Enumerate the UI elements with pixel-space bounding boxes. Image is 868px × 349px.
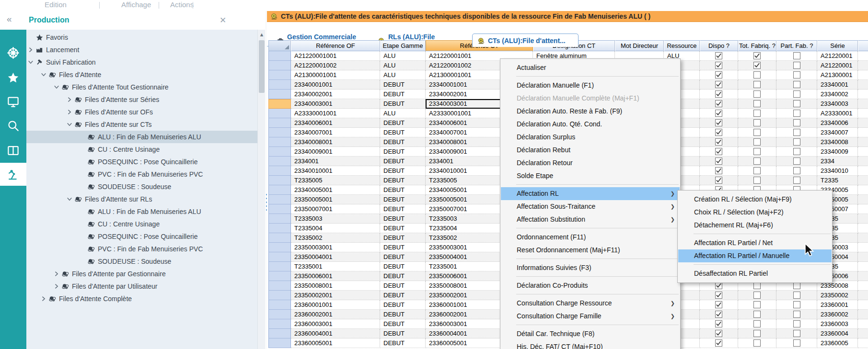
select-all-corner[interactable] bbox=[268, 40, 291, 51]
menu-item[interactable]: Détail Car. Technique (F8) bbox=[501, 327, 680, 340]
cell-of[interactable]: 23360004001 bbox=[291, 329, 380, 338]
cell-ctlast[interactable] bbox=[858, 300, 868, 310]
cell-of[interactable]: A21300001001 bbox=[291, 70, 380, 80]
cell-ctlast[interactable] bbox=[858, 137, 868, 147]
cell-serie[interactable]: 23360003 bbox=[817, 319, 858, 329]
cell-ctlast[interactable] bbox=[858, 128, 868, 137]
scroll-up-icon[interactable]: ▲ bbox=[259, 32, 265, 37]
tree-item[interactable]: PVC : Fin de Fab Menuiseries PVC bbox=[26, 168, 257, 180]
checkbox-unchecked[interactable] bbox=[793, 90, 800, 98]
checkbox-checked[interactable] bbox=[715, 320, 722, 327]
sidebar-columns-icon[interactable] bbox=[0, 139, 26, 162]
cell-serie[interactable]: 23340010 bbox=[817, 166, 858, 176]
cell-ctlast[interactable] bbox=[858, 252, 868, 262]
cell-of[interactable]: 23340009001 bbox=[291, 147, 380, 157]
row-handle[interactable] bbox=[268, 176, 291, 185]
checkbox-unchecked[interactable] bbox=[793, 282, 800, 289]
tree-item[interactable]: CU : Centre Usinage bbox=[26, 143, 257, 156]
cell-etape[interactable]: DEBUT bbox=[380, 185, 426, 195]
checkbox-unchecked[interactable] bbox=[793, 100, 800, 107]
column-header[interactable]: Part. Fab. ? bbox=[776, 40, 817, 51]
cell-of[interactable]: 23350004001 bbox=[291, 252, 380, 262]
checkbox-unchecked[interactable] bbox=[793, 167, 800, 174]
cell-ctlast[interactable] bbox=[858, 281, 868, 291]
checkbox-checked[interactable] bbox=[715, 301, 722, 308]
cell-etape[interactable]: ALU bbox=[380, 61, 426, 70]
cell-of[interactable]: A23330001001 bbox=[291, 109, 380, 118]
checkbox-unchecked[interactable] bbox=[753, 158, 761, 165]
checkbox-unchecked[interactable] bbox=[793, 148, 800, 155]
tree-item[interactable]: Files d'Attente par Gestionnaire bbox=[26, 268, 257, 280]
tree-item[interactable]: Suivi Fabrication bbox=[26, 56, 257, 68]
cell-etape[interactable]: DEBUT bbox=[380, 90, 426, 99]
cell-etape[interactable]: ALU bbox=[380, 70, 426, 80]
checkbox-checked[interactable] bbox=[715, 158, 722, 165]
cell-of[interactable]: 23360005001 bbox=[291, 338, 380, 348]
cell-etape[interactable]: DEBUT bbox=[380, 252, 426, 262]
cell-etape[interactable]: ALU bbox=[380, 51, 426, 61]
checkbox-checked[interactable] bbox=[715, 330, 722, 337]
row-handle[interactable] bbox=[268, 214, 291, 224]
menu-item[interactable]: Ordonnancement (F11) bbox=[501, 231, 680, 244]
cell-of[interactable]: 23350006001 bbox=[291, 271, 380, 281]
chevron-down-icon[interactable] bbox=[65, 121, 74, 128]
cell-ctlast[interactable] bbox=[858, 310, 868, 319]
tree-item[interactable]: Files d'Attente Tout Gestionnaire bbox=[26, 81, 257, 93]
cell-etape[interactable]: DEBUT bbox=[380, 176, 426, 185]
menu-item[interactable]: His. Déc. FAT/ CT (Maj+F10) bbox=[501, 340, 680, 349]
cell-ctlast[interactable] bbox=[858, 262, 868, 271]
menu-item[interactable]: Affectation Substitution❯ bbox=[501, 213, 680, 226]
menu-actions[interactable]: Actions bbox=[170, 0, 194, 11]
menu-item[interactable]: Déclaration Surplus bbox=[501, 131, 680, 144]
cell-ctlast[interactable] bbox=[858, 329, 868, 338]
cell-ctlast[interactable] bbox=[858, 99, 868, 109]
cell-ctlast[interactable] bbox=[858, 204, 868, 214]
chevron-right-icon[interactable] bbox=[65, 96, 74, 103]
tree-item[interactable]: Files d'Attente Complète bbox=[26, 293, 257, 305]
sidebar-star-icon[interactable] bbox=[0, 66, 26, 89]
checkbox-unchecked[interactable] bbox=[753, 167, 761, 174]
row-handle[interactable] bbox=[268, 338, 291, 348]
cell-of[interactable]: 23350003001 bbox=[291, 243, 380, 252]
checkbox-unchecked[interactable] bbox=[753, 71, 761, 79]
checkbox-unchecked[interactable] bbox=[753, 282, 761, 289]
cell-of[interactable]: A21220001002 bbox=[291, 61, 380, 70]
cell-serie[interactable]: 23340003 bbox=[817, 99, 858, 109]
cell-of[interactable]: 23340001001 bbox=[291, 80, 380, 90]
cell-etape[interactable]: DEBUT bbox=[380, 204, 426, 214]
checkbox-unchecked[interactable] bbox=[753, 129, 761, 136]
row-handle[interactable] bbox=[268, 224, 291, 233]
checkbox-unchecked[interactable] bbox=[793, 62, 800, 69]
menu-item[interactable]: Solde Etape bbox=[501, 169, 680, 182]
cell-of[interactable]: 23360003001 bbox=[291, 319, 380, 329]
cell-serie[interactable]: 23340002 bbox=[817, 90, 858, 99]
cell-etape[interactable]: DEBUT bbox=[380, 243, 426, 252]
menu-item[interactable]: Déclaration Auto. Reste à Fab. (F9) bbox=[501, 105, 680, 118]
tree-item[interactable]: Files d'Attente sur CTs bbox=[26, 118, 257, 131]
cell-ctlast[interactable] bbox=[858, 109, 868, 118]
checkbox-checked[interactable] bbox=[753, 52, 761, 59]
menu-item[interactable]: Déclaration Co-Produits bbox=[501, 279, 680, 292]
cell-etape[interactable]: DEBUT bbox=[380, 195, 426, 204]
cell-etape[interactable]: DEBUT bbox=[380, 99, 426, 109]
menu-item[interactable]: Affectation RL❯ bbox=[501, 187, 680, 200]
checkbox-unchecked[interactable] bbox=[753, 292, 761, 299]
sidebar-robot-arm-icon[interactable] bbox=[0, 163, 26, 186]
cell-serie[interactable]: 23360001 bbox=[817, 300, 858, 310]
tree-item[interactable]: SOUDEUSE : Soudeuse bbox=[26, 255, 257, 268]
cell-etape[interactable]: ALU bbox=[380, 109, 426, 118]
checkbox-unchecked[interactable] bbox=[793, 330, 800, 337]
row-handle[interactable] bbox=[268, 291, 291, 300]
cell-serie[interactable]: 23350002 bbox=[817, 291, 858, 300]
cell-of[interactable]: 23350008001 bbox=[291, 281, 380, 291]
row-handle[interactable] bbox=[268, 252, 291, 262]
chevron-right-icon[interactable] bbox=[65, 108, 74, 116]
row-handle[interactable] bbox=[268, 157, 291, 166]
checkbox-checked[interactable] bbox=[715, 100, 722, 107]
row-handle[interactable] bbox=[268, 319, 291, 329]
checkbox-unchecked[interactable] bbox=[753, 177, 761, 184]
checkbox-unchecked[interactable] bbox=[753, 301, 761, 308]
column-header[interactable]: Série bbox=[817, 40, 858, 51]
tree-item[interactable]: Files d'Attente sur RLs bbox=[26, 193, 257, 205]
scrollbar-thumb[interactable] bbox=[259, 40, 265, 93]
